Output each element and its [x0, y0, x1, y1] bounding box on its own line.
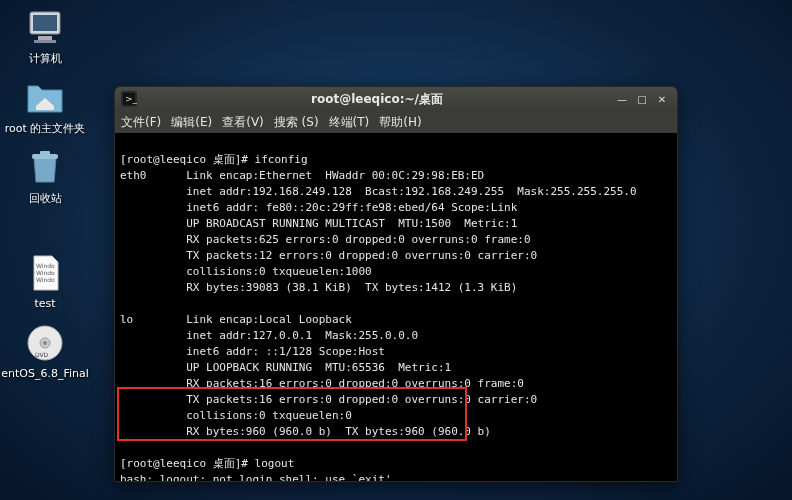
svg-point-11: [43, 341, 47, 345]
svg-text:Windo: Windo: [36, 262, 55, 269]
terminal-line: inet addr:192.168.249.128 Bcast:192.168.…: [120, 185, 637, 198]
terminal-line: collisions:0 txqueuelen:0: [120, 409, 352, 422]
menu-terminal[interactable]: 终端(T): [329, 114, 370, 131]
desktop-icon-label: test: [34, 297, 55, 310]
terminal-line: inet6 addr: fe80::20c:29ff:fe98:ebed/64 …: [120, 201, 517, 214]
trash-icon: [24, 146, 66, 188]
menu-view[interactable]: 查看(V): [222, 114, 264, 131]
desktop-icon-label: 计算机: [29, 51, 62, 66]
desktop-icon-iso[interactable]: DVD entOS_6.8_Final: [10, 322, 80, 380]
terminal-body[interactable]: [root@leeqico 桌面]# ifconfig eth0 Link en…: [115, 133, 677, 481]
desktop-icon-computer[interactable]: 计算机: [10, 6, 80, 66]
svg-rect-1: [33, 15, 57, 31]
terminal-line: bash: logout: not login shell: use `exit…: [120, 473, 392, 481]
terminal-line: UP LOOPBACK RUNNING MTU:65536 Metric:1: [120, 361, 451, 374]
desktop-icon-test[interactable]: WindoWindoWindo test: [10, 252, 80, 310]
terminal-line: [root@leeqico 桌面]# logout: [120, 457, 294, 470]
terminal-line: RX bytes:960 (960.0 b) TX bytes:960 (960…: [120, 425, 491, 438]
svg-rect-3: [34, 40, 56, 43]
window-title: root@leeqico:~/桌面: [143, 91, 611, 108]
menu-file[interactable]: 文件(F): [121, 114, 161, 131]
desktop-icon-label: root 的主文件夹: [5, 121, 86, 136]
window-menubar: 文件(F) 编辑(E) 查看(V) 搜索 (S) 终端(T) 帮助(H): [115, 111, 677, 133]
terminal-line: UP BROADCAST RUNNING MULTICAST MTU:1500 …: [120, 217, 517, 230]
disc-icon: DVD: [24, 322, 66, 364]
terminal-line: [120, 297, 127, 310]
terminal-line: collisions:0 txqueuelen:1000: [120, 265, 372, 278]
minimize-button[interactable]: —: [613, 91, 631, 107]
svg-text:Windo: Windo: [36, 269, 55, 276]
terminal-line: TX packets:16 errors:0 dropped:0 overrun…: [120, 393, 537, 406]
svg-rect-2: [38, 36, 52, 40]
menu-search[interactable]: 搜索 (S): [274, 114, 319, 131]
home-folder-icon: [24, 76, 66, 118]
svg-text:DVD: DVD: [35, 351, 49, 358]
terminal-line: RX bytes:39083 (38.1 KiB) TX bytes:1412 …: [120, 281, 517, 294]
terminal-line: RX packets:625 errors:0 dropped:0 overru…: [120, 233, 531, 246]
terminal-window: >_ root@leeqico:~/桌面 — □ ✕ 文件(F) 编辑(E) 查…: [114, 86, 678, 482]
terminal-line: eth0 Link encap:Ethernet HWaddr 00:0C:29…: [120, 169, 484, 182]
computer-icon: [24, 6, 66, 48]
terminal-line: inet6 addr: ::1/128 Scope:Host: [120, 345, 385, 358]
terminal-line: lo Link encap:Local Loopback: [120, 313, 352, 326]
svg-text:>_: >_: [125, 94, 137, 104]
maximize-button[interactable]: □: [633, 91, 651, 107]
window-titlebar[interactable]: >_ root@leeqico:~/桌面 — □ ✕: [115, 87, 677, 111]
desktop-icon-trash[interactable]: 回收站: [10, 146, 80, 206]
close-button[interactable]: ✕: [653, 91, 671, 107]
terminal-line: RX packets:16 errors:0 dropped:0 overrun…: [120, 377, 524, 390]
terminal-line: [root@leeqico 桌面]# ifconfig: [120, 153, 308, 166]
menu-help[interactable]: 帮助(H): [379, 114, 421, 131]
desktop-icon-label: 回收站: [29, 191, 62, 206]
desktop-icon-home[interactable]: root 的主文件夹: [10, 76, 80, 136]
terminal-line: inet addr:127.0.0.1 Mask:255.0.0.0: [120, 329, 418, 342]
menu-edit[interactable]: 编辑(E): [171, 114, 212, 131]
svg-rect-5: [40, 151, 50, 155]
terminal-icon: >_: [121, 91, 137, 107]
text-file-icon: WindoWindoWindo: [24, 252, 66, 294]
terminal-line: [120, 441, 127, 454]
svg-text:Windo: Windo: [36, 276, 55, 283]
terminal-line: TX packets:12 errors:0 dropped:0 overrun…: [120, 249, 537, 262]
desktop-icon-label: entOS_6.8_Final: [1, 367, 89, 380]
